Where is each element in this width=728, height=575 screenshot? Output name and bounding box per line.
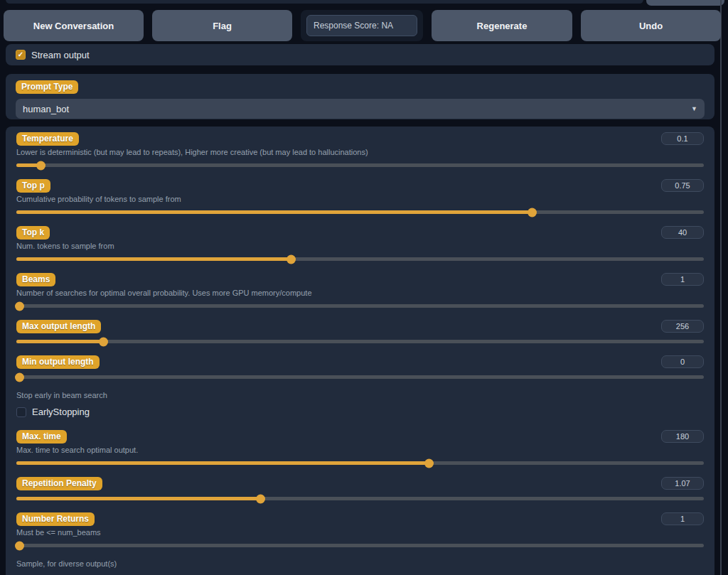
- flag-button[interactable]: Flag: [152, 10, 292, 41]
- column-divider: [720, 0, 722, 575]
- slider-info: Number of searches for optimal overall p…: [16, 289, 704, 298]
- slider-value-input[interactable]: 40: [661, 226, 704, 239]
- slider-handle[interactable]: [99, 337, 108, 346]
- slider-label: Beams: [16, 273, 55, 286]
- slider-info: Lower is deterministic (but may lead to …: [16, 148, 704, 157]
- response-score-box: Response Score: NA: [301, 10, 423, 41]
- slider-label: Number Returns: [16, 512, 95, 526]
- slider-value-input[interactable]: 180: [661, 430, 704, 443]
- undo-button[interactable]: Undo: [581, 10, 721, 41]
- checkbox[interactable]: [16, 407, 26, 417]
- stream-output-row: Stream output: [6, 44, 714, 65]
- slider-track[interactable]: [16, 163, 704, 167]
- slider-label: Top k: [16, 226, 50, 240]
- slider-control: Top p 0.75 Cumulative probability of tok…: [16, 179, 704, 214]
- stream-output-label: Stream output: [31, 50, 90, 60]
- header-button-row: New Conversation Flag Response Score: NA…: [4, 10, 721, 41]
- slider-handle[interactable]: [15, 372, 24, 382]
- slider-label: Max output length: [16, 320, 101, 333]
- slider-handle[interactable]: [287, 254, 296, 264]
- slider-track[interactable]: [16, 304, 704, 308]
- slider-info: Max. time to search optimal output.: [16, 446, 704, 455]
- checkbox-row[interactable]: EarlyStopping: [16, 407, 704, 417]
- slider-control: Temperature 0.1 Lower is deterministic (…: [16, 132, 704, 167]
- slider-track[interactable]: [16, 210, 704, 214]
- prompt-type-label: Prompt Type: [16, 80, 78, 94]
- slider-value-input[interactable]: 0: [661, 355, 704, 368]
- slider-track[interactable]: [16, 544, 704, 547]
- slider-fill: [16, 257, 291, 261]
- slider-value-input[interactable]: 0.75: [661, 179, 704, 192]
- slider-handle[interactable]: [424, 458, 434, 468]
- slider-label: Repetition Penalty: [16, 477, 102, 490]
- slider-control: Max output length 256: [16, 320, 704, 343]
- slider-track[interactable]: [16, 375, 704, 379]
- slider-track[interactable]: [16, 461, 704, 465]
- slider-value-input[interactable]: 1: [661, 512, 704, 525]
- slider-control: Beams 1 Number of searches for optimal o…: [16, 273, 704, 308]
- slider-control: Min output length 0: [16, 355, 704, 379]
- slider-track[interactable]: [16, 340, 704, 343]
- slider-label: Top p: [16, 179, 50, 193]
- slider-handle[interactable]: [528, 208, 537, 217]
- slider-info: Must be <= num_beams: [16, 528, 704, 537]
- regenerate-button[interactable]: Regenerate: [432, 10, 572, 41]
- prompt-type-value: human_bot: [23, 104, 691, 114]
- slider-label: Temperature: [16, 132, 79, 146]
- response-score-input[interactable]: Response Score: NA: [306, 15, 417, 36]
- checkbox-info: Sample, for diverse output(s): [16, 559, 704, 569]
- partial-button-top-right[interactable]: [646, 0, 724, 6]
- slider-control: Number Returns 1 Must be <= num_beams: [16, 512, 704, 547]
- slider-control: Max. time 180 Max. time to search optima…: [16, 430, 704, 465]
- slider-value-input[interactable]: 1: [661, 273, 704, 286]
- slider-handle[interactable]: [36, 161, 46, 170]
- stream-output-checkbox[interactable]: [16, 50, 26, 60]
- checkbox-control: Sample, for diverse output(s) Sample: [16, 559, 704, 575]
- slider-fill: [16, 461, 429, 465]
- slider-track[interactable]: [16, 257, 704, 261]
- slider-label: Min output length: [16, 355, 100, 369]
- slider-value-input[interactable]: 0.1: [661, 132, 704, 145]
- slider-handle[interactable]: [256, 494, 265, 503]
- slider-info: Num. tokens to sample from: [16, 242, 704, 251]
- generation-settings-panel: Temperature 0.1 Lower is deterministic (…: [6, 127, 714, 575]
- slider-control: Top k 40 Num. tokens to sample from: [16, 226, 704, 261]
- prompt-type-dropdown[interactable]: human_bot ▼: [16, 99, 705, 119]
- slider-track[interactable]: [16, 497, 704, 500]
- slider-value-input[interactable]: 256: [661, 320, 704, 333]
- prompt-type-panel: Prompt Type human_bot ▼: [6, 74, 714, 119]
- partial-panel-top: [6, 0, 643, 4]
- new-conversation-button[interactable]: New Conversation: [4, 10, 144, 41]
- slider-fill: [16, 210, 532, 214]
- slider-label: Max. time: [16, 430, 67, 444]
- checkbox-label: EarlyStopping: [32, 407, 90, 417]
- slider-control: Repetition Penalty 1.07: [16, 477, 704, 500]
- chevron-down-icon: ▼: [691, 105, 697, 112]
- checkbox-info: Stop early in beam search: [16, 391, 704, 400]
- slider-fill: [16, 497, 260, 500]
- checkbox-control: Stop early in beam search EarlyStopping: [16, 391, 704, 417]
- controls-list: Temperature 0.1 Lower is deterministic (…: [16, 132, 704, 575]
- slider-handle[interactable]: [15, 541, 24, 550]
- slider-value-input[interactable]: 1.07: [661, 477, 704, 490]
- slider-info: Cumulative probability of tokens to samp…: [16, 195, 704, 204]
- slider-fill: [16, 340, 104, 343]
- slider-handle[interactable]: [15, 301, 24, 311]
